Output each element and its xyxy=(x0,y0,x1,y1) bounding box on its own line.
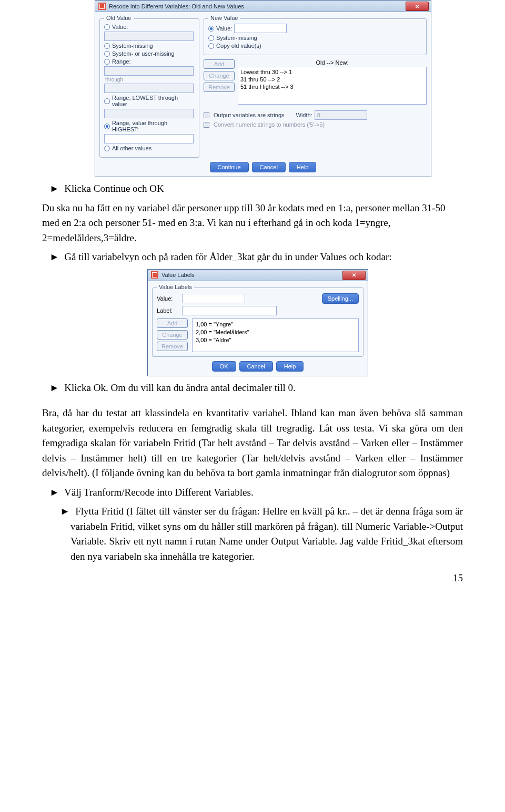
range-lowest-input xyxy=(104,109,194,118)
convert-numeric-label: Convert numeric strings to numbers ('5'-… xyxy=(214,121,325,128)
mapping-row[interactable]: Lowest thru 30 --> 1 xyxy=(240,68,424,76)
body-bullet: ► Välj Tranform/Recode into Different Va… xyxy=(60,485,463,500)
cancel-button[interactable]: Cancel xyxy=(252,162,286,172)
mapping-listbox[interactable]: Lowest thru 30 --> 1 31 thru 50 --> 2 51… xyxy=(238,67,427,105)
range-lowest-label: Range, LOWEST through value: xyxy=(112,95,195,107)
svg-rect-5 xyxy=(153,273,157,277)
body-bullet: ► Klicka Ok. Om du vill kan du ändra ant… xyxy=(60,381,463,396)
close-button[interactable]: ✕ xyxy=(342,271,366,280)
radio-icon xyxy=(104,51,110,57)
vl-remove-button[interactable]: Remove xyxy=(157,342,188,351)
value-label: Value: xyxy=(112,24,128,30)
vl-legend: Value Labels xyxy=(157,284,194,290)
old-range-lowest-radio[interactable]: Range, LOWEST through value: xyxy=(104,95,195,107)
body-bullet: ► Flytta Fritid (I fältet till vänster s… xyxy=(70,504,463,564)
old-new-heading: Old --> New: xyxy=(238,59,427,66)
range-from-input xyxy=(104,66,194,76)
new-value-group: New Value Value: System-missing C xyxy=(204,18,427,55)
old-value-legend: Old Value xyxy=(104,15,134,21)
new-sysmiss-radio[interactable]: System-missing xyxy=(208,35,422,41)
app-icon xyxy=(98,2,106,11)
range-highest-input[interactable] xyxy=(104,134,194,143)
app-icon xyxy=(150,271,159,279)
vl-title: Value Labels xyxy=(161,272,195,278)
svg-rect-2 xyxy=(100,4,104,8)
vl-change-button[interactable]: Change xyxy=(157,330,188,340)
mapping-row[interactable]: 31 thru 50 --> 2 xyxy=(240,76,424,83)
system-user-missing-label: System- or user-missing xyxy=(112,50,175,57)
width-input xyxy=(315,110,367,120)
vl-label-input[interactable] xyxy=(182,306,277,315)
body-paragraph: Bra, då har du testat att klassindela en… xyxy=(42,406,463,481)
body-text: Klicka Continue och OK xyxy=(64,183,164,194)
system-missing-label: System-missing xyxy=(112,43,153,49)
radio-selected-icon xyxy=(208,26,214,32)
checkbox-icon xyxy=(204,122,209,128)
vl-listbox[interactable]: 1,00 = "Yngre" 2,00 = "Medelålders" 3,00… xyxy=(192,318,359,352)
radio-icon xyxy=(104,98,110,104)
vl-group: Value Labels Value: Spelling... Label: A… xyxy=(152,287,363,357)
radio-icon xyxy=(104,43,110,49)
radio-icon xyxy=(208,43,214,49)
old-value-input xyxy=(104,32,194,41)
new-value-legend: New Value xyxy=(208,15,240,21)
page-number: 15 xyxy=(0,572,463,584)
cancel-button[interactable]: Cancel xyxy=(239,361,273,372)
through-label: through xyxy=(105,77,195,83)
radio-icon xyxy=(104,146,110,151)
vl-value-label: Value: xyxy=(157,295,178,302)
vl-value-input[interactable] xyxy=(182,294,245,303)
recode-dialog: Recode into Different Variables: Old and… xyxy=(95,0,431,177)
recode-title: Recode into Different Variables: Old and… xyxy=(109,3,244,9)
new-value-input[interactable] xyxy=(234,24,287,33)
vl-entry[interactable]: 3,00 = "Äldre" xyxy=(196,336,355,344)
value-labels-dialog: Value Labels ✕ Value Labels Value: Spell… xyxy=(147,269,368,376)
old-range-highest-radio[interactable]: Range, value through HIGHEST: xyxy=(104,120,195,132)
recode-titlebar[interactable]: Recode into Different Variables: Old and… xyxy=(95,1,431,12)
old-allother-radio[interactable]: All other values xyxy=(104,145,195,151)
change-button[interactable]: Change xyxy=(204,71,235,80)
old-range-radio[interactable]: Range: xyxy=(104,58,195,65)
close-button[interactable]: ✕ xyxy=(406,2,429,11)
vl-label-label: Label: xyxy=(157,307,178,314)
new-sysmiss-label: System-missing xyxy=(216,35,257,41)
continue-button[interactable]: Continue xyxy=(210,162,249,172)
body-text: Välj Tranform/Recode into Different Vari… xyxy=(64,487,254,498)
vl-add-button[interactable]: Add xyxy=(157,318,188,328)
body-text: Flytta Fritid (I fältet till vänster ser… xyxy=(70,506,463,562)
old-value-radio[interactable]: Value: xyxy=(104,24,195,30)
vl-entry[interactable]: 1,00 = "Yngre" xyxy=(196,321,355,328)
width-label: Width: xyxy=(296,112,312,118)
new-value-label: Value: xyxy=(216,25,232,32)
close-icon: ✕ xyxy=(352,272,356,278)
new-copy-radio[interactable]: Copy old value(s) xyxy=(208,43,422,49)
body-bullet: ► Gå till variabelvyn och på raden för Å… xyxy=(60,250,463,265)
vl-entry[interactable]: 2,00 = "Medelålders" xyxy=(196,328,355,336)
new-value-radio[interactable]: Value: xyxy=(208,24,422,33)
radio-icon xyxy=(208,35,214,41)
body-text: Gå till variabelvyn och på raden för Åld… xyxy=(64,251,391,262)
mapping-row[interactable]: 51 thru Highest --> 3 xyxy=(240,83,424,90)
range-highest-label: Range, value through HIGHEST: xyxy=(112,120,195,132)
output-strings-check[interactable]: Output variables are strings Width: xyxy=(204,110,427,120)
all-other-label: All other values xyxy=(112,145,152,151)
help-button[interactable]: Help xyxy=(289,162,317,172)
old-value-group: Old Value Value: System-missing System- … xyxy=(99,18,199,158)
spelling-button[interactable]: Spelling... xyxy=(322,293,359,304)
new-copy-label: Copy old value(s) xyxy=(216,43,261,49)
body-text: Klicka Ok. Om du vill kan du ändra antal… xyxy=(64,382,296,393)
output-strings-label: Output variables are strings xyxy=(214,112,285,118)
radio-selected-icon xyxy=(104,124,110,129)
vl-titlebar[interactable]: Value Labels ✕ xyxy=(148,270,368,281)
old-sysusermiss-radio[interactable]: System- or user-missing xyxy=(104,50,195,57)
add-button[interactable]: Add xyxy=(204,59,235,69)
old-sysmiss-radio[interactable]: System-missing xyxy=(104,43,195,49)
ok-button[interactable]: OK xyxy=(212,361,236,372)
close-icon: ✕ xyxy=(415,4,419,9)
radio-icon xyxy=(104,59,110,65)
range-to-input xyxy=(104,84,194,93)
range-label: Range: xyxy=(112,58,130,65)
remove-button[interactable]: Remove xyxy=(204,83,235,92)
help-button[interactable]: Help xyxy=(276,361,304,372)
convert-numeric-check: Convert numeric strings to numbers ('5'-… xyxy=(204,121,427,128)
